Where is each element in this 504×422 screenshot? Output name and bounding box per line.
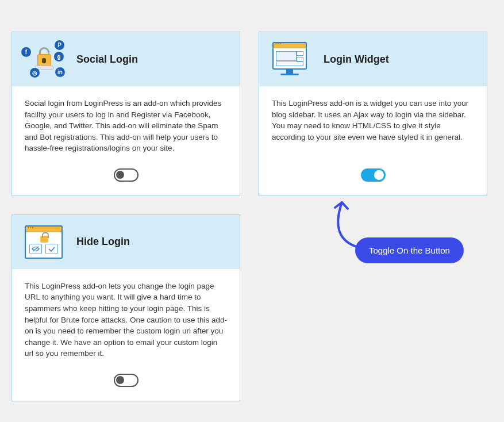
card-description: Social login from LoginPress is an add-o… [25,98,227,154]
pinterest-icon: P [55,40,64,50]
toggle-wrapper [272,168,474,183]
card-title: Social Login [76,53,138,66]
toggle-wrapper [25,168,227,183]
card-login-widget: Login Widget This LoginPress add-on is a… [259,32,487,196]
instagram-icon: ◎ [30,68,40,78]
card-body: Social login from LoginPress is an add-o… [12,86,240,195]
card-header: Login Widget [259,32,487,86]
login-widget-icon [268,39,313,79]
card-header: P f g ◎ in Social Login [12,32,240,86]
google-icon: g [54,52,64,62]
card-title: Hide Login [76,236,130,248]
card-hide-login: Hide Login This LoginPress add-on lets y… [11,214,240,401]
card-body: This LoginPress add-on is a widget you c… [259,86,487,195]
card-description: This LoginPress add-on lets you change t… [25,281,227,359]
card-description: This LoginPress add-on is a widget you c… [272,98,474,143]
toggle-hide-login[interactable] [114,374,138,387]
card-header: Hide Login [12,215,240,269]
card-body: This LoginPress add-on lets you change t… [12,269,240,401]
card-social-login: P f g ◎ in Social Login Social login fro… [11,32,240,196]
callout-toggle-hint: Toggle On the Button [355,237,464,263]
check-icon [45,244,58,254]
linkedin-icon: in [55,67,65,77]
eye-slash-icon [29,244,42,254]
hide-login-icon [21,222,66,262]
card-title: Login Widget [324,53,389,66]
toggle-wrapper [25,374,227,388]
facebook-icon: f [21,47,31,57]
social-login-icon: P f g ◎ in [21,39,66,79]
toggle-login-widget[interactable] [361,168,386,182]
toggle-social-login[interactable] [114,168,138,182]
